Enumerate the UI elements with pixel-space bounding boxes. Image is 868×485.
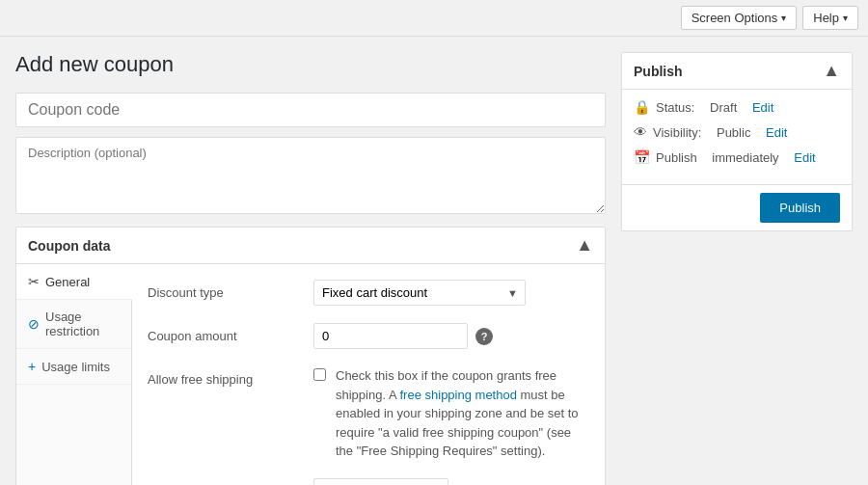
tab-usage-restriction[interactable]: ⊘ Usage restriction	[16, 300, 131, 349]
publish-time-edit-link[interactable]: Edit	[794, 150, 815, 165]
right-column: Publish ▲ 🔒 Status: Draft Edit 👁 Visibil…	[621, 52, 853, 231]
free-shipping-method-link[interactable]: free shipping method	[400, 388, 517, 402]
status-value: Draft	[710, 100, 737, 115]
no-entry-icon: ⊘	[28, 316, 40, 332]
discount-type-label: Discount type	[148, 280, 302, 300]
free-shipping-description: Check this box if the coupon grants free…	[336, 366, 589, 461]
publish-title: Publish	[634, 64, 683, 79]
screen-options-chevron-icon: ▾	[781, 13, 786, 23]
lock-icon: 🔒	[634, 99, 650, 115]
tab-usage-limits[interactable]: + Usage limits	[16, 349, 131, 385]
left-column: Add new coupon Coupon data ▲ ✂ General ⊘	[15, 52, 606, 485]
tab-general[interactable]: ✂ General	[16, 264, 132, 300]
coupon-amount-field: ?	[313, 323, 589, 349]
tab-usage-restriction-label: Usage restriction	[45, 310, 120, 338]
visibility-label: Visibility:	[653, 125, 701, 140]
help-button[interactable]: Help ▾	[802, 6, 858, 30]
calendar-icon: 📅	[634, 149, 650, 165]
publish-body: 🔒 Status: Draft Edit 👁 Visibility: Publi…	[622, 90, 852, 184]
publish-footer: Publish	[622, 184, 852, 230]
visibility-edit-label: Edit	[766, 125, 787, 140]
help-label: Help	[813, 11, 839, 25]
publish-time-edit-label: Edit	[794, 150, 815, 165]
coupon-amount-input[interactable]	[313, 323, 468, 349]
tab-usage-limits-label: Usage limits	[41, 360, 110, 374]
coupon-data-body: ✂ General ⊘ Usage restriction + Usage li…	[16, 264, 605, 485]
coupon-amount-label: Coupon amount	[148, 323, 302, 343]
discount-type-select[interactable]: Percentage discount Fixed cart discount …	[313, 280, 526, 306]
plus-icon: +	[28, 359, 36, 374]
publish-time-row: 📅 Publish immediately Edit	[634, 149, 840, 165]
publish-collapse-icon[interactable]: ▲	[823, 61, 840, 81]
description-textarea[interactable]	[15, 137, 606, 214]
expiry-date-label: Coupon expiry date	[148, 478, 302, 486]
coupon-data-collapse-icon[interactable]: ▲	[576, 235, 593, 256]
form-row-coupon-amount: Coupon amount ?	[148, 323, 589, 349]
publish-box: Publish ▲ 🔒 Status: Draft Edit 👁 Visibil…	[621, 52, 853, 231]
top-bar: Screen Options ▾ Help ▾	[0, 0, 868, 37]
publish-time-value: immediately	[712, 150, 778, 165]
screen-options-label: Screen Options	[692, 11, 778, 25]
amount-wrapper: ?	[313, 323, 589, 349]
publish-time-label: Publish	[656, 150, 697, 165]
sidebar-tabs: ✂ General ⊘ Usage restriction + Usage li…	[16, 264, 132, 485]
tab-general-label: General	[45, 275, 90, 289]
free-shipping-checkbox[interactable]	[313, 368, 326, 381]
publish-status-row: 🔒 Status: Draft Edit	[634, 99, 840, 115]
expiry-date-field	[313, 478, 589, 486]
status-label: Status:	[656, 100, 694, 115]
help-chevron-icon: ▾	[843, 13, 848, 23]
discount-type-select-wrapper: Percentage discount Fixed cart discount …	[313, 280, 526, 306]
publish-visibility-row: 👁 Visibility: Public Edit	[634, 124, 840, 140]
free-shipping-field: Check this box if the coupon grants free…	[313, 366, 589, 461]
form-row-free-shipping: Allow free shipping Check this box if th…	[148, 366, 589, 461]
main-content: Add new coupon Coupon data ▲ ✂ General ⊘	[0, 37, 868, 485]
screen-options-button[interactable]: Screen Options ▾	[681, 6, 798, 30]
coupon-data-box: Coupon data ▲ ✂ General ⊘ Usage restrict…	[15, 227, 606, 485]
free-shipping-label: Allow free shipping	[148, 366, 302, 387]
expiry-date-input[interactable]	[313, 478, 448, 486]
status-edit-label: Edit	[752, 100, 773, 115]
tab-content-general: Discount type Percentage discount Fixed …	[132, 264, 605, 485]
help-icon[interactable]: ?	[475, 328, 493, 345]
visibility-value: Public	[717, 125, 750, 140]
form-row-discount-type: Discount type Percentage discount Fixed …	[148, 280, 589, 306]
eye-icon: 👁	[634, 124, 647, 140]
page-title: Add new coupon	[15, 52, 606, 77]
status-edit-link[interactable]: Edit	[752, 100, 773, 115]
scissors-icon: ✂	[28, 274, 40, 289]
form-row-expiry-date: Coupon expiry date	[148, 478, 589, 486]
visibility-edit-link[interactable]: Edit	[766, 125, 787, 140]
coupon-code-input[interactable]	[15, 93, 606, 127]
publish-button[interactable]: Publish	[760, 193, 840, 223]
coupon-data-title: Coupon data	[28, 238, 111, 254]
discount-type-field: Percentage discount Fixed cart discount …	[313, 280, 589, 306]
publish-header: Publish ▲	[622, 53, 852, 90]
publish-button-label: Publish	[779, 201, 821, 215]
free-shipping-link-text: free shipping method	[400, 388, 517, 402]
checkbox-row: Check this box if the coupon grants free…	[313, 366, 589, 461]
coupon-data-header: Coupon data ▲	[16, 228, 605, 264]
